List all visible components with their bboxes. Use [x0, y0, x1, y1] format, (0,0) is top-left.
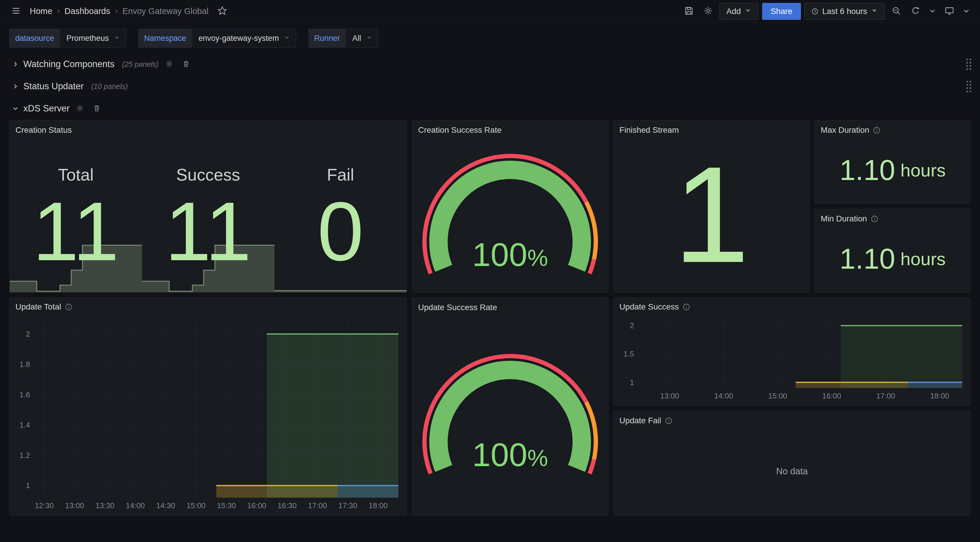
svg-text:1.5: 1.5: [623, 349, 634, 358]
row-watching-components[interactable]: Watching Components (25 panels): [0, 53, 980, 75]
panel-header[interactable]: Min Duration: [815, 209, 970, 225]
variable-namespace-label: Namespace: [138, 29, 192, 48]
gauge: 100%: [412, 314, 608, 515]
chevron-down-icon: [283, 34, 291, 43]
chevron-right-icon: [54, 8, 62, 15]
info-icon[interactable]: [870, 215, 878, 223]
collapse-nav-button[interactable]: [961, 3, 972, 19]
favorite-star-button[interactable]: [215, 3, 230, 19]
panel-creation-status: Creation Status Total 11 Success 11 Fail…: [10, 120, 407, 293]
svg-text:17:00: 17:00: [876, 392, 895, 400]
save-icon: [684, 6, 694, 17]
stat-finished-stream: 1: [614, 137, 810, 292]
svg-text:13:00: 13:00: [660, 392, 679, 400]
panel-header[interactable]: Creation Success Rate: [412, 121, 608, 137]
breadcrumb-dashboards[interactable]: Dashboards: [64, 6, 110, 16]
svg-text:1: 1: [26, 481, 30, 490]
trash-icon: [182, 60, 190, 69]
no-data-message: No data: [614, 427, 970, 515]
row-delete-button[interactable]: [91, 102, 103, 115]
timeseries-chart: 11.21.41.61.8212:3013:0013:3014:0014:301…: [13, 314, 404, 513]
panel-header[interactable]: Creation Status: [10, 121, 407, 137]
menu-toggle-button[interactable]: [8, 3, 24, 19]
refresh-interval-dropdown[interactable]: [927, 3, 938, 19]
save-dashboard-button[interactable]: [681, 3, 697, 19]
panel-header[interactable]: Max Duration: [815, 121, 970, 137]
kiosk-mode-button[interactable]: [942, 3, 957, 19]
row-settings-button[interactable]: [163, 58, 176, 70]
gear-icon: [703, 6, 713, 17]
info-icon[interactable]: [65, 303, 73, 311]
panel-title: Finished Stream: [619, 126, 679, 135]
svg-text:13:30: 13:30: [95, 501, 115, 510]
stat-unit: hours: [900, 249, 946, 269]
stat-label: Fail: [327, 165, 354, 184]
variable-datasource-label: datasource: [10, 29, 60, 48]
svg-text:16:30: 16:30: [278, 501, 297, 510]
stat-value: 11: [165, 196, 251, 267]
panel-header[interactable]: Update Total: [10, 298, 407, 313]
svg-text:15:00: 15:00: [768, 392, 787, 400]
row-title: xDS Server: [23, 103, 69, 114]
row-settings-button[interactable]: [73, 102, 86, 115]
svg-text:1.2: 1.2: [19, 451, 30, 460]
variable-namespace-select[interactable]: envoy-gateway-system: [193, 29, 296, 48]
svg-text:14:30: 14:30: [156, 501, 175, 510]
row-xds-server[interactable]: xDS Server: [0, 97, 980, 120]
variable-namespace: Namespace envoy-gateway-system: [138, 29, 296, 48]
chevron-down-icon: [366, 34, 373, 43]
svg-text:17:00: 17:00: [308, 501, 327, 510]
time-range-label: Last 6 hours: [822, 7, 867, 16]
share-button[interactable]: Share: [762, 3, 801, 20]
variable-runner: Runner All: [308, 29, 378, 48]
dashboard-settings-button[interactable]: [700, 3, 716, 19]
refresh-button[interactable]: [908, 3, 923, 19]
svg-text:100%: 100%: [472, 236, 548, 273]
stat-unit: hours: [900, 160, 946, 180]
time-range-picker[interactable]: Last 6 hours: [804, 3, 885, 20]
row-drag-handle[interactable]: [966, 59, 971, 70]
stat-value: 1.10: [839, 242, 895, 275]
chevron-down-icon: [928, 6, 937, 17]
breadcrumb-home[interactable]: Home: [30, 6, 52, 16]
panel-min-duration: Min Duration 1.10 hours: [815, 209, 970, 293]
row-title: Status Updater: [23, 81, 84, 92]
stat-min-duration: 1.10 hours: [815, 225, 970, 292]
info-icon[interactable]: [873, 126, 881, 134]
panel-header[interactable]: Finished Stream: [614, 121, 810, 137]
variable-filter-bar: datasource Prometheus Namespace envoy-ga…: [0, 23, 980, 53]
zoom-out-button[interactable]: [888, 3, 904, 19]
svg-text:12:30: 12:30: [35, 501, 54, 510]
panel-update-success: Update Success 11.5213:0014:0015:0016:00…: [613, 298, 970, 406]
variable-runner-select[interactable]: All: [347, 29, 378, 48]
stat-total: Total 11: [10, 137, 142, 292]
row-drag-handle[interactable]: [966, 81, 971, 92]
stat-max-duration: 1.10 hours: [815, 137, 970, 204]
info-icon[interactable]: [682, 303, 690, 311]
svg-text:1: 1: [630, 378, 634, 387]
svg-text:13:00: 13:00: [65, 501, 84, 510]
clock-icon: [811, 8, 819, 15]
panel-finished-stream: Finished Stream 1: [613, 120, 810, 293]
row-panel-count: (10 panels): [91, 82, 128, 91]
panel-header[interactable]: Update Fail: [614, 411, 970, 427]
variable-datasource-select[interactable]: Prometheus: [61, 29, 126, 48]
add-button[interactable]: Add: [719, 3, 759, 20]
chevron-down-icon: [870, 6, 878, 16]
info-icon[interactable]: [665, 417, 673, 425]
chevron-down-icon: [12, 105, 19, 112]
svg-text:15:30: 15:30: [217, 501, 236, 510]
panel-title: Creation Success Rate: [418, 126, 501, 135]
monitor-icon: [944, 6, 955, 17]
panel-header[interactable]: Update Success: [614, 298, 970, 313]
row-status-updater[interactable]: Status Updater (10 panels): [0, 75, 980, 97]
panel-header[interactable]: Update Success Rate: [412, 298, 608, 314]
svg-text:16:00: 16:00: [247, 501, 266, 510]
chevron-down-icon: [961, 6, 971, 17]
panel-max-duration: Max Duration 1.10 hours: [815, 120, 970, 204]
row-delete-button[interactable]: [180, 58, 192, 70]
row-title: Watching Components: [23, 59, 115, 69]
stat-value: 1.10: [839, 154, 895, 187]
panel-title: Update Success: [619, 302, 679, 312]
gear-icon: [76, 104, 84, 113]
